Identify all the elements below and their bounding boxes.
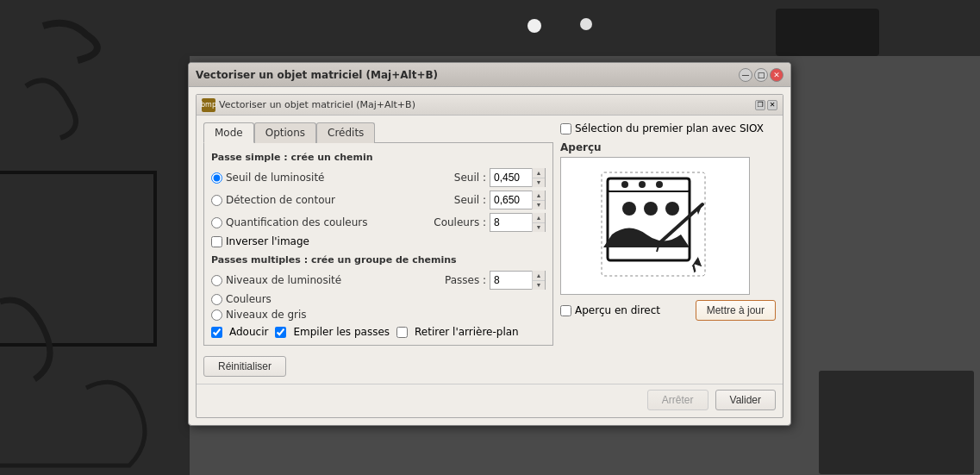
svg-point-11: [656, 181, 663, 188]
option-row-seuil-lum: Seuil de luminosité Seuil : ▲ ▼: [211, 168, 546, 187]
spin-up-passes[interactable]: ▲: [533, 271, 545, 281]
spinbox-arrows-seuil-lum: ▲ ▼: [532, 168, 545, 187]
option-row-niv-gris: Niveaux de gris: [211, 309, 546, 321]
spinbox-arrows-passes: ▲ ▼: [532, 271, 545, 290]
spinbox-input-passes[interactable]: [490, 272, 532, 289]
apercu-direct-left: Aperçu en direct: [560, 304, 660, 316]
checkbox-inverser-image[interactable]: [211, 236, 222, 247]
checkbox-adoucir[interactable]: [211, 327, 222, 338]
spinbox-input-seuil-lum[interactable]: [490, 169, 532, 186]
spinbox-arrows-quantif: ▲ ▼: [532, 213, 545, 232]
spin-up-quantif[interactable]: ▲: [533, 213, 545, 223]
tabs: Mode Options Crédits: [203, 122, 553, 143]
svg-rect-6: [819, 371, 974, 474]
label-niveaux-luminosite: Niveaux de luminosité: [226, 274, 441, 286]
spin-down-passes[interactable]: ▼: [533, 281, 545, 291]
spin-up-seuil-lum[interactable]: ▲: [533, 168, 545, 178]
svg-point-10: [639, 181, 646, 188]
checkbox-empiler-passes[interactable]: [275, 327, 286, 338]
option-row-detection: Détection de contour Seuil : ▲ ▼: [211, 191, 546, 209]
spinbox-input-quantif[interactable]: [490, 214, 532, 231]
spin-down-detection[interactable]: ▼: [533, 201, 545, 210]
inverser-row: Inverser l'image: [211, 235, 546, 247]
radio-quantification-couleurs[interactable]: [211, 217, 222, 228]
spinbox-arrows-detection: ▲ ▼: [532, 191, 545, 209]
mettre-a-jour-button[interactable]: Mettre à jour: [696, 300, 776, 321]
label-seuil-luminosite: Seuil de luminosité: [226, 172, 451, 184]
passe-simple-label: Passe simple : crée un chemin: [211, 152, 546, 163]
radio-couleurs[interactable]: [211, 294, 222, 305]
left-panel: Mode Options Crédits Passe simple : crée…: [203, 122, 553, 377]
label-apercu-direct: Aperçu en direct: [575, 304, 660, 316]
outer-window-title: Vectoriser un objet matriciel (Maj+Alt+B…: [196, 69, 438, 81]
preview-image: [595, 170, 715, 282]
label-empiler-passes: Empiler les passes: [293, 326, 390, 338]
arreter-button: Arrêter: [647, 390, 708, 410]
spin-label-seuil-lum: Seuil :: [454, 172, 486, 184]
inner-close-button[interactable]: ✕: [767, 100, 777, 110]
radio-seuil-luminosite[interactable]: [211, 172, 222, 184]
radio-niveaux-luminosite[interactable]: [211, 275, 222, 286]
reinitialiser-button[interactable]: Réinitialiser: [203, 356, 286, 377]
spin-down-quantif[interactable]: ▼: [533, 223, 545, 233]
spinbox-passes[interactable]: ▲ ▼: [490, 271, 546, 290]
option-row-niv-lum: Niveaux de luminosité Passes : ▲ ▼: [211, 271, 546, 290]
app-icon: bmp: [202, 98, 215, 112]
preview-box: [560, 157, 750, 295]
label-niveaux-gris: Niveaux de gris: [226, 309, 546, 321]
svg-point-13: [644, 202, 658, 216]
close-button[interactable]: ✕: [770, 68, 783, 82]
spin-label-passes: Passes :: [445, 274, 486, 286]
svg-point-3: [527, 19, 541, 33]
svg-rect-5: [776, 9, 879, 56]
inner-title: bmp Vectoriser un objet matriciel (Maj+A…: [202, 98, 415, 112]
tab-options[interactable]: Options: [254, 122, 316, 143]
radio-detection-contour[interactable]: [211, 195, 222, 206]
inner-titlebar: bmp Vectoriser un objet matriciel (Maj+A…: [197, 95, 783, 116]
right-panel: Sélection du premier plan avec SIOX Aper…: [560, 122, 776, 377]
spin-label-quantif: Couleurs :: [434, 216, 486, 228]
minimize-button[interactable]: —: [739, 68, 752, 82]
option-row-couleurs: Couleurs: [211, 293, 546, 305]
spin-up-detection[interactable]: ▲: [533, 191, 545, 201]
inner-restore-button[interactable]: ❐: [755, 100, 765, 110]
svg-point-9: [621, 181, 628, 188]
content-area: Mode Options Crédits Passe simple : crée…: [197, 116, 783, 384]
tab-credits[interactable]: Crédits: [316, 122, 375, 143]
svg-point-4: [580, 18, 592, 30]
label-inverser-image: Inverser l'image: [226, 235, 309, 247]
outer-window: Vectoriser un objet matriciel (Maj+Alt+B…: [188, 62, 791, 426]
spinbox-input-detection[interactable]: [490, 191, 532, 209]
svg-marker-18: [690, 256, 702, 273]
svg-rect-1: [0, 0, 190, 475]
passes-multiples-label: Passes multiples : crée un groupe de che…: [211, 254, 546, 266]
inner-window: bmp Vectoriser un objet matriciel (Maj+A…: [196, 94, 783, 418]
inner-window-title: Vectoriser un objet matriciel (Maj+Alt+B…: [219, 99, 415, 110]
action-row: Réinitialiser: [203, 353, 553, 377]
checkbox-apercu-direct[interactable]: [560, 305, 571, 316]
radio-niveaux-gris[interactable]: [211, 309, 222, 321]
label-quantification-couleurs: Quantification des couleurs: [226, 216, 430, 228]
outer-titlebar: Vectoriser un objet matriciel (Maj+Alt+B…: [189, 63, 790, 87]
label-retirer-arriere-plan: Retirer l'arrière-plan: [415, 326, 519, 338]
inner-titlebar-buttons: ❐ ✕: [755, 100, 777, 110]
maximize-button[interactable]: □: [754, 68, 768, 82]
spinbox-detection[interactable]: ▲ ▼: [490, 191, 546, 209]
spinbox-seuil-lum[interactable]: ▲ ▼: [490, 168, 546, 187]
checkbox-retirer-arriere-plan[interactable]: [396, 327, 408, 338]
tab-mode[interactable]: Mode: [203, 122, 254, 143]
dialog-bottom: Arrêter Valider: [197, 384, 783, 417]
tab-content: Passe simple : crée un chemin Seuil de l…: [203, 142, 553, 346]
spinbox-group-detection: Seuil : ▲ ▼: [454, 191, 546, 209]
spin-down-seuil-lum[interactable]: ▼: [533, 178, 545, 188]
label-adoucir: Adoucir: [229, 326, 268, 338]
checkbox-siox[interactable]: [560, 123, 571, 134]
valider-button[interactable]: Valider: [715, 390, 776, 410]
siox-row: Sélection du premier plan avec SIOX: [560, 122, 776, 134]
svg-point-14: [665, 202, 679, 216]
label-couleurs: Couleurs: [226, 293, 546, 305]
titlebar-buttons: — □ ✕: [739, 68, 783, 82]
svg-point-12: [622, 202, 636, 216]
spinbox-quantif[interactable]: ▲ ▼: [490, 213, 546, 232]
spinbox-group-seuil-lum: Seuil : ▲ ▼: [454, 168, 546, 187]
